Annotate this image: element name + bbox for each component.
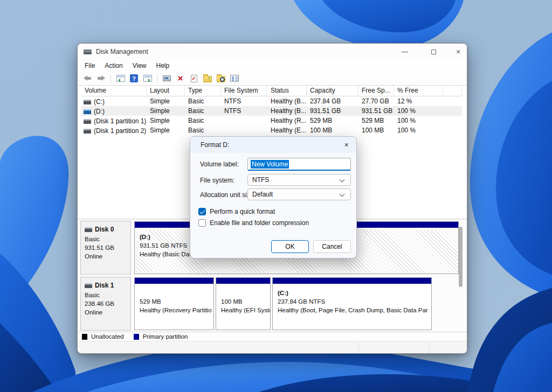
column-header-status[interactable]: Status <box>267 86 307 96</box>
disk-type: Basic <box>85 291 130 299</box>
unallocated-swatch <box>82 334 87 340</box>
disk-size: 238.46 GB <box>85 299 130 308</box>
open-button[interactable] <box>201 73 213 84</box>
cancel-button[interactable]: Cancel <box>313 240 351 253</box>
maximize-button[interactable] <box>425 44 441 60</box>
action-pane-button[interactable] <box>141 73 154 84</box>
status-bar <box>78 341 467 354</box>
cell-pct: 100 % <box>394 106 443 116</box>
compression-checkbox[interactable] <box>198 219 206 227</box>
volume-row-disk1-partition2[interactable]: (Disk 1 partition 2) Simple Basic Health… <box>81 125 462 135</box>
allocation-unit-select[interactable]: Default <box>247 188 351 200</box>
dialog-close-button[interactable]: × <box>338 141 349 149</box>
check-document-icon <box>191 75 197 82</box>
disk0-label-cell[interactable]: Disk 0 Basic 931.51 GB Online <box>80 221 131 275</box>
partition-label <box>221 289 268 297</box>
disk-volume-icon <box>84 129 91 134</box>
cell-layout: Simple <box>147 96 185 106</box>
cell-status: Healthy (R... <box>267 116 307 125</box>
monitor-button[interactable] <box>161 73 173 84</box>
volume-row-c[interactable]: (C:) Simple Basic NTFS Healthy (B... 237… <box>81 96 462 106</box>
cell-type: Basic <box>185 106 221 116</box>
cell-free: 931.51 GB <box>358 106 394 116</box>
quick-format-label: Perform a quick format <box>210 208 275 216</box>
partition-recovery[interactable]: 529 MB Healthy (Recovery Partitio <box>134 277 214 330</box>
toolbar-separator <box>111 74 111 83</box>
primary-partition-swatch <box>134 334 139 340</box>
menu-help[interactable]: Help <box>151 62 175 69</box>
cell-capacity: 100 MB <box>307 125 358 135</box>
partition-efi[interactable]: 100 MB Healthy (EFI Syste <box>216 277 271 330</box>
partition-status-line: Healthy (EFI Syste <box>221 306 268 314</box>
disk-name: Disk 1 <box>95 281 114 290</box>
minimize-button[interactable]: — <box>397 44 413 60</box>
cell-layout: Simple <box>147 106 185 116</box>
volume-name: (Disk 1 partition 1) <box>94 117 146 125</box>
quick-format-checkbox[interactable] <box>198 208 206 215</box>
menu-action[interactable]: Action <box>100 62 127 69</box>
properties-button[interactable] <box>228 73 240 84</box>
ok-button[interactable]: OK <box>271 240 309 253</box>
cell-pct: 12 % <box>394 96 443 106</box>
cell-pct: 100 % <box>394 116 443 125</box>
column-header-type[interactable]: Type <box>185 86 221 96</box>
disk-management-app-icon <box>84 48 92 55</box>
menu-file[interactable]: File <box>80 62 100 69</box>
statusbar-separator <box>429 342 430 353</box>
disk-type: Basic <box>85 235 130 243</box>
compression-label: Enable file and folder compression <box>210 219 309 227</box>
column-header-layout[interactable]: Layout <box>147 86 185 96</box>
back-button[interactable] <box>81 73 94 84</box>
column-header-free-space[interactable]: Free Sp... <box>358 86 394 96</box>
cell-capacity: 529 MB <box>307 116 358 125</box>
explore-button[interactable] <box>215 73 227 84</box>
file-system-select[interactable]: NTFS <box>247 174 351 186</box>
menu-bar: File Action View Help <box>78 60 467 72</box>
partition-size-line: 529 MB <box>140 297 211 306</box>
cell-capacity: 237.84 GB <box>307 96 358 106</box>
console-tree-icon <box>116 75 125 82</box>
disk-name: Disk 0 <box>95 225 114 234</box>
maximize-icon <box>431 50 436 54</box>
volume-label-input[interactable]: New Volume <box>247 158 351 171</box>
close-button[interactable]: × <box>450 44 466 60</box>
help-button[interactable]: ? <box>128 73 140 84</box>
cell-fs: NTFS <box>221 96 267 106</box>
partition-label: (C:) <box>278 289 429 297</box>
delete-volume-button[interactable]: × <box>174 73 187 84</box>
disk-volume-icon <box>84 100 91 104</box>
column-header-capacity[interactable]: Capacity <box>307 86 358 96</box>
cell-status: Healthy (E... <box>267 125 307 135</box>
menu-view[interactable]: View <box>128 62 151 69</box>
column-header-file-system[interactable]: File System <box>221 86 267 96</box>
partition-color-strip <box>216 278 270 285</box>
folder-open-icon <box>203 76 212 82</box>
partition-size-line: 237.84 GB NTFS <box>278 297 429 306</box>
volume-label-value: New Volume <box>251 160 289 169</box>
toolbar: ? × <box>78 72 467 86</box>
disk1-label-cell[interactable]: Disk 1 Basic 238.46 GB Online <box>80 277 131 331</box>
volume-row-disk1-partition1[interactable]: (Disk 1 partition 1) Simple Basic Health… <box>81 116 462 125</box>
column-header-volume[interactable]: Volume <box>81 86 147 96</box>
mark-active-button[interactable] <box>188 73 200 84</box>
column-header-pct-free[interactable]: % Free <box>394 86 443 96</box>
forward-button[interactable] <box>95 73 107 84</box>
volume-row-d[interactable]: (D:) Simple Basic NTFS Healthy (B... 931… <box>81 106 462 116</box>
cell-status: Healthy (B... <box>267 96 307 106</box>
file-system-value: NTFS <box>252 176 269 184</box>
file-system-field-label: File system: <box>200 177 234 184</box>
cell-type: Basic <box>185 125 221 135</box>
explore-icon <box>217 76 225 82</box>
cell-pct: 100 % <box>394 125 443 135</box>
cell-type: Basic <box>185 96 221 106</box>
vertical-scrollbar[interactable] <box>459 227 463 287</box>
window-title: Disk Management <box>96 48 148 55</box>
console-tree-button[interactable] <box>114 73 127 84</box>
forward-icon <box>97 75 105 81</box>
partition-c[interactable]: (C:) 237.84 GB NTFS Healthy (Boot, Page … <box>272 277 432 330</box>
title-bar[interactable]: Disk Management — × <box>78 44 467 60</box>
format-dialog: Format D: × Volume label: New Volume Fil… <box>190 136 357 258</box>
dialog-title-bar[interactable]: Format D: × <box>190 137 356 153</box>
legend-primary-partition-label: Primary partition <box>143 333 188 340</box>
cell-layout: Simple <box>147 125 185 135</box>
